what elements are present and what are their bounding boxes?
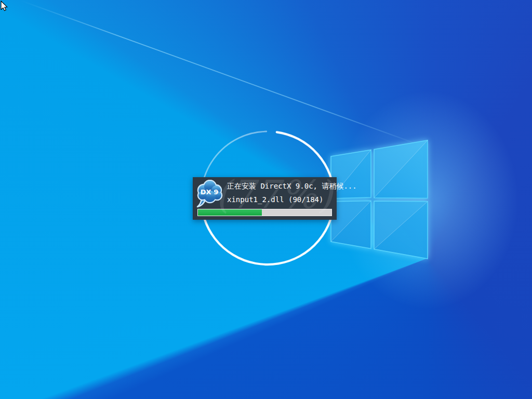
install-progress-fill bbox=[198, 209, 262, 216]
dx9-badge-label: DX 9 bbox=[201, 188, 218, 196]
install-progress-bar bbox=[197, 209, 332, 216]
install-detail-text: xinput1_2.dll (90/184) bbox=[227, 195, 334, 204]
mouse-cursor-icon bbox=[1, 1, 9, 12]
dx9-badge-icon: DX 9 bbox=[195, 180, 223, 208]
directx-installer-dialog: DX 9 正在安装 DirectX 9.0c, 请稍候... xinput1_2… bbox=[193, 177, 337, 220]
desktop: (77%) DX 9 bbox=[0, 0, 532, 399]
install-status-text: 正在安装 DirectX 9.0c, 请稍候... bbox=[227, 181, 334, 191]
dialog-text-block: 正在安装 DirectX 9.0c, 请稍候... xinput1_2.dll … bbox=[227, 181, 334, 204]
